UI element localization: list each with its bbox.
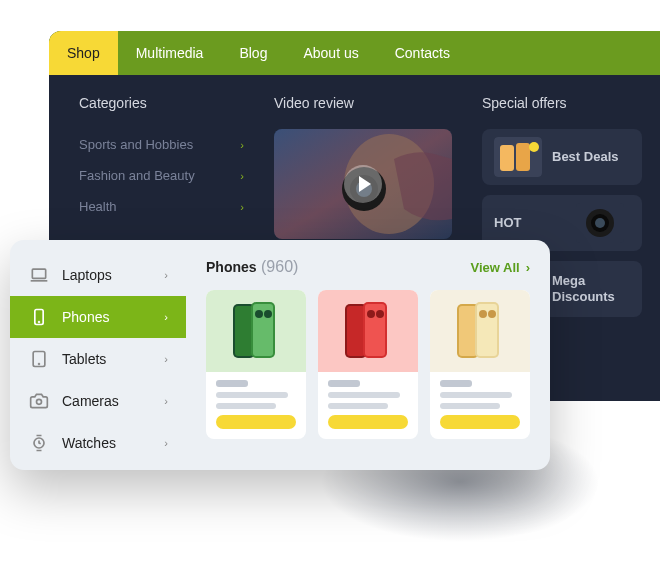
svg-rect-31 (347, 306, 365, 356)
product-card[interactable] (206, 290, 306, 439)
product-body (206, 372, 306, 439)
product-button[interactable] (440, 415, 520, 429)
nav-multimedia[interactable]: Multimedia (118, 31, 222, 75)
category-sports[interactable]: Sports and Hobbies › (79, 129, 244, 160)
product-image (318, 290, 418, 372)
light-app-panel: Laptops › Phones › Tablets › Cameras › (10, 240, 550, 470)
chevron-right-icon: › (240, 139, 244, 151)
chevron-right-icon: › (164, 437, 168, 449)
video-heading: Video review (274, 95, 452, 111)
watch-icon (28, 432, 50, 454)
view-all-label: View All (471, 260, 520, 275)
svg-point-34 (367, 310, 375, 318)
main-count: (960) (261, 258, 298, 275)
sidebar-item-tablets[interactable]: Tablets › (10, 338, 186, 380)
product-cards (206, 290, 530, 439)
skeleton-line (328, 380, 360, 387)
sidebar-item-label: Cameras (62, 393, 152, 409)
sidebar-item-label: Laptops (62, 267, 152, 283)
product-body (430, 372, 530, 439)
play-icon (344, 165, 382, 203)
sidebar-item-laptops[interactable]: Laptops › (10, 254, 186, 296)
product-card[interactable] (430, 290, 530, 439)
product-button[interactable] (216, 415, 296, 429)
skeleton-line (328, 403, 388, 409)
svg-point-28 (255, 310, 263, 318)
svg-point-41 (488, 310, 496, 318)
offer-thumb (494, 137, 542, 177)
svg-point-35 (376, 310, 384, 318)
category-label: Health (79, 199, 117, 214)
nav-shop[interactable]: Shop (49, 31, 118, 75)
chevron-right-icon: › (164, 395, 168, 407)
skeleton-line (440, 392, 512, 398)
skeleton-line (216, 380, 248, 387)
sidebar-item-phones[interactable]: Phones › (10, 296, 186, 338)
svg-point-21 (39, 364, 40, 365)
skeleton-line (328, 392, 400, 398)
product-card[interactable] (318, 290, 418, 439)
skeleton-line (440, 380, 472, 387)
offer-thumb (570, 203, 630, 243)
skeleton-line (216, 392, 288, 398)
svg-point-19 (39, 322, 40, 323)
product-body (318, 372, 418, 439)
sidebar-item-label: Watches (62, 435, 152, 451)
chevron-right-icon: › (240, 201, 244, 213)
svg-point-29 (264, 310, 272, 318)
offer-best-deals[interactable]: Best Deals (482, 129, 642, 185)
category-health[interactable]: Health › (79, 191, 244, 222)
offer-label: Mega Discounts (552, 273, 630, 304)
chevron-right-icon: › (164, 269, 168, 281)
skeleton-line (216, 403, 276, 409)
product-button[interactable] (328, 415, 408, 429)
tablet-icon (28, 348, 50, 370)
camera-icon (28, 390, 50, 412)
sidebar-item-label: Phones (62, 309, 152, 325)
svg-point-22 (37, 399, 42, 404)
sidebar-item-watches[interactable]: Watches › (10, 422, 186, 464)
chevron-right-icon: › (526, 260, 530, 275)
view-all-link[interactable]: View All › (471, 260, 530, 275)
skeleton-line (440, 403, 500, 409)
category-label: Sports and Hobbies (79, 137, 193, 152)
main-title: Phones (206, 259, 257, 275)
offer-label: Best Deals (552, 149, 618, 165)
laptop-icon (28, 264, 50, 286)
category-label: Fashion and Beauty (79, 168, 195, 183)
product-image (430, 290, 530, 372)
svg-rect-8 (516, 143, 530, 171)
sidebar: Laptops › Phones › Tablets › Cameras › (10, 240, 186, 470)
chevron-right-icon: › (240, 170, 244, 182)
nav-blog[interactable]: Blog (221, 31, 285, 75)
svg-rect-37 (459, 306, 477, 356)
svg-rect-17 (32, 269, 45, 278)
svg-point-9 (529, 142, 539, 152)
product-image (206, 290, 306, 372)
top-nav: Shop Multimedia Blog About us Contacts (49, 31, 660, 75)
chevron-right-icon: › (164, 311, 168, 323)
svg-rect-7 (500, 145, 514, 171)
category-fashion[interactable]: Fashion and Beauty › (79, 160, 244, 191)
svg-rect-25 (235, 306, 253, 356)
nav-contacts[interactable]: Contacts (377, 31, 468, 75)
video-thumbnail[interactable] (274, 129, 452, 239)
categories-heading: Categories (79, 95, 244, 111)
sidebar-item-cameras[interactable]: Cameras › (10, 380, 186, 422)
phone-icon (28, 306, 50, 328)
main-content: Phones (960) View All › (186, 240, 550, 470)
chevron-right-icon: › (164, 353, 168, 365)
main-title-wrap: Phones (960) (206, 258, 298, 276)
sidebar-item-label: Tablets (62, 351, 152, 367)
svg-point-13 (595, 218, 605, 228)
nav-about[interactable]: About us (285, 31, 376, 75)
svg-point-40 (479, 310, 487, 318)
offer-label: HOT (494, 215, 521, 231)
offers-heading: Special offers (482, 95, 642, 111)
